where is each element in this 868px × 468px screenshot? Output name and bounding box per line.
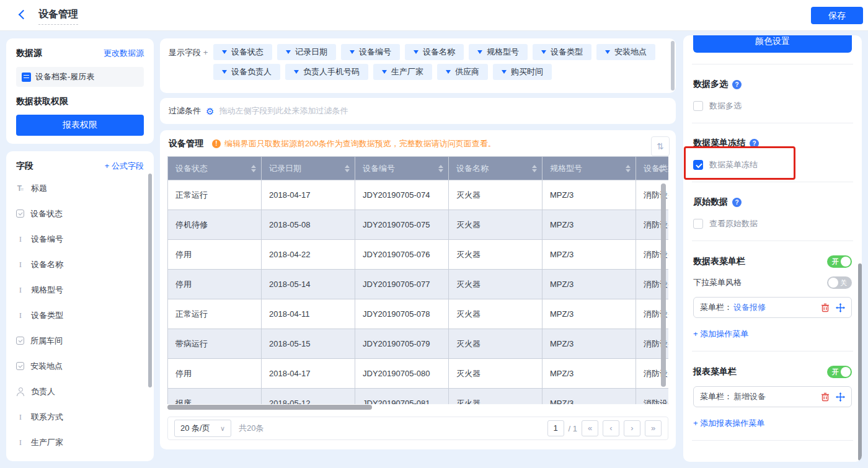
table-cell: 停用	[168, 359, 262, 389]
field-item-所属车间[interactable]: 所属车间	[16, 328, 144, 353]
sort-arrows-icon[interactable]	[251, 165, 256, 172]
table-cell: 2018-05-14	[262, 270, 355, 299]
sort-arrows-icon[interactable]	[438, 165, 443, 172]
table-cell: 2018-04-17	[262, 359, 355, 389]
color-settings-button[interactable]: 颜色设置	[693, 35, 852, 53]
display-field-chip-设备负责人[interactable]: 设备负责人	[213, 64, 280, 80]
prev-page-button[interactable]: ‹	[603, 420, 619, 436]
next-page-button[interactable]: ›	[624, 420, 640, 436]
table-row[interactable]: 正常运行2018-04-17JDY20190705-074灭火器MPZ/3消防设…	[168, 180, 669, 210]
field-item-负责人[interactable]: 负责人	[16, 379, 144, 404]
sort-arrows-icon[interactable]	[658, 165, 663, 172]
display-field-chip-购买时间[interactable]: 购买时间	[493, 64, 552, 80]
dropdown-style-toggle[interactable]: 关	[827, 276, 852, 289]
display-field-chip-设备状态[interactable]: 设备状态	[213, 44, 272, 60]
field-item-规格型号[interactable]: 规格型号	[16, 277, 144, 302]
raw-data-checkbox-row[interactable]: 查看原始数据	[693, 218, 852, 229]
table-row[interactable]: 正常运行2018-04-11JDY20190705-078灭火器MPZ/3消防设…	[168, 299, 669, 329]
menu-item-device-repair[interactable]: 菜单栏： 设备报修	[693, 297, 852, 318]
settings-scrollbar[interactable]	[858, 263, 862, 461]
table-cell: MPZ/3	[542, 210, 636, 240]
datasource-item[interactable]: 设备档案-履历表	[16, 67, 144, 87]
add-action-menu-link[interactable]: + 添加操作菜单	[693, 329, 852, 340]
help-icon[interactable]: ?	[732, 198, 742, 207]
table-vertical-scrollbar[interactable]	[661, 183, 666, 387]
field-item-设备名称[interactable]: 设备名称	[16, 252, 144, 277]
help-icon[interactable]: ?	[732, 80, 742, 89]
move-icon[interactable]	[836, 303, 845, 312]
sort-arrows-icon[interactable]	[532, 165, 537, 172]
table-row[interactable]: 停用2018-04-22JDY20190705-076灭火器MPZ/3消防设备	[168, 240, 669, 270]
chip-label: 设备编号	[359, 46, 391, 58]
field-item-生产厂家[interactable]: 生产厂家	[16, 430, 144, 455]
move-icon[interactable]	[836, 392, 845, 402]
table-cell: JDY20190705-075	[355, 210, 449, 240]
table-horizontal-scrollbar[interactable]	[167, 405, 372, 410]
current-page-input[interactable]: 1	[547, 420, 564, 436]
sort-down-icon	[438, 169, 443, 172]
field-item-设备类型[interactable]: 设备类型	[16, 302, 144, 328]
middle-scrollbar[interactable]	[671, 41, 675, 91]
first-page-button[interactable]: «	[582, 420, 598, 436]
table-row[interactable]: 停用2018-05-14JDY20190705-077灭火器MPZ/3消防设备	[168, 270, 669, 299]
change-datasource-link[interactable]: 更改数据源	[104, 48, 144, 59]
display-field-chip-供应商[interactable]: 供应商	[437, 64, 488, 80]
chip-label: 购买时间	[511, 66, 543, 77]
report-menu-toggle[interactable]: 开	[827, 366, 852, 378]
chip-label: 设备负责人	[231, 66, 272, 77]
save-button[interactable]: 保存	[811, 7, 863, 24]
gear-icon[interactable]: ⚙	[206, 107, 214, 116]
multi-select-checkbox-row[interactable]: 数据多选	[693, 100, 852, 112]
sort-down-icon	[532, 169, 537, 172]
field-item-label: 设备编号	[31, 234, 63, 245]
select-field-icon	[16, 210, 24, 218]
toggle-knob	[841, 367, 851, 377]
sort-arrows-icon[interactable]	[345, 165, 350, 172]
menu-freeze-checkbox-row[interactable]: 数据菜单冻结	[693, 159, 852, 170]
back-icon[interactable]	[19, 10, 29, 20]
toggle-knob	[841, 257, 851, 267]
display-field-chip-规格型号[interactable]: 规格型号	[469, 44, 528, 60]
table-row[interactable]: 报废2018-05-12JDY20190705-081灭火器MPZ/3消防设备	[168, 389, 669, 405]
column-header-记录日期: 记录日期	[262, 157, 355, 180]
display-field-chip-设备名称[interactable]: 设备名称	[405, 44, 464, 60]
add-report-action-menu-link[interactable]: + 添加报表操作菜单	[693, 418, 852, 429]
field-item-安装地点[interactable]: 安装地点	[16, 353, 144, 379]
chip-label: 记录日期	[295, 46, 327, 58]
multi-select-checkbox[interactable]	[693, 101, 703, 111]
last-page-button[interactable]: »	[645, 420, 662, 436]
field-item-标题[interactable]: 标题	[16, 175, 144, 201]
table-cell: 灭火器	[449, 359, 542, 389]
field-item-设备状态[interactable]: 设备状态	[16, 201, 144, 226]
field-item-设备编号[interactable]: 设备编号	[16, 226, 144, 252]
add-formula-field-link[interactable]: + 公式字段	[105, 161, 144, 172]
display-field-chip-设备类型[interactable]: 设备类型	[533, 44, 591, 60]
table-row[interactable]: 停机待修2018-05-08JDY20190705-075灭火器MPZ/3消防设…	[168, 210, 669, 240]
menu-item-new-device[interactable]: 菜单栏： 新增设备	[693, 386, 852, 407]
help-icon[interactable]: ?	[750, 139, 759, 148]
table-row[interactable]: 带病运行2018-05-15JDY20190705-079灭火器MPZ/3消防设…	[168, 329, 669, 359]
table-cell: 正常运行	[168, 299, 262, 329]
field-item-联系方式[interactable]: 联系方式	[16, 404, 144, 430]
report-permission-button[interactable]: 报表权限	[16, 115, 144, 136]
display-field-chip-记录日期[interactable]: 记录日期	[277, 44, 336, 60]
table-cell: 消防设备	[636, 389, 669, 405]
display-field-chip-负责人手机号码[interactable]: 负责人手机号码	[285, 64, 368, 80]
page-total: / 1	[569, 424, 577, 433]
display-field-chip-生产厂家[interactable]: 生产厂家	[373, 64, 432, 80]
page-size-select[interactable]: 20 条/页 ∨	[174, 420, 231, 437]
menu-freeze-checkbox[interactable]	[693, 160, 703, 170]
raw-data-checkbox[interactable]	[693, 219, 703, 229]
sort-arrows-icon[interactable]	[626, 165, 631, 172]
add-display-field-button[interactable]: +	[203, 48, 208, 57]
display-field-chip-安装地点[interactable]: 安装地点	[596, 44, 655, 60]
trash-icon[interactable]	[821, 303, 830, 312]
sort-button[interactable]: ⇅	[651, 136, 670, 156]
column-header-规格型号: 规格型号	[542, 157, 636, 180]
table-row[interactable]: 停用2018-04-17JDY20190705-080灭火器MPZ/3消防设备	[168, 359, 669, 389]
field-item-供应商[interactable]: 供应商	[16, 455, 144, 461]
data-table-menu-toggle[interactable]: 开	[827, 255, 852, 268]
display-field-chip-设备编号[interactable]: 设备编号	[341, 44, 400, 60]
fields-scrollbar[interactable]	[148, 174, 152, 387]
trash-icon[interactable]	[821, 392, 830, 402]
